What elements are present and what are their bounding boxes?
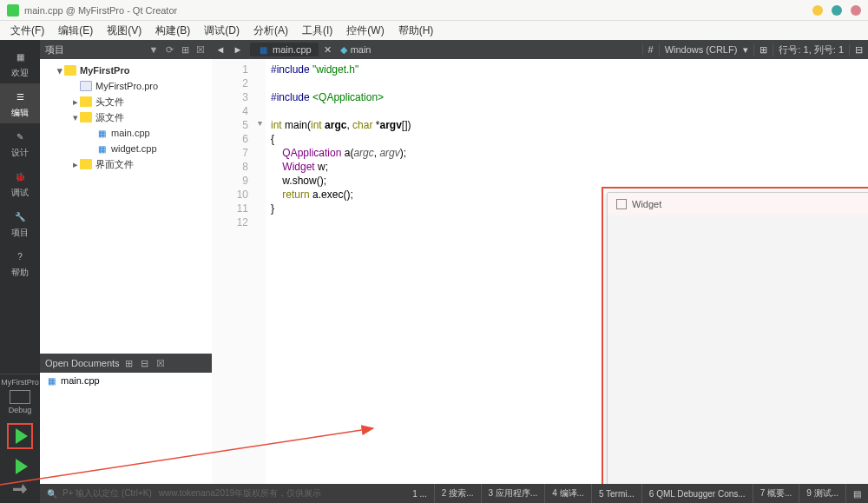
split-editor-icon[interactable]: ⊞ — [753, 44, 773, 56]
build-button[interactable] — [0, 479, 40, 503]
fold-marker[interactable]: ▾ — [253, 118, 266, 132]
run-button[interactable] — [7, 423, 33, 449]
open-documents-header: Open Documents ⊞ ⊟ ☒ — [40, 354, 212, 373]
chevron-down-icon: ▾ — [743, 44, 748, 55]
mode-design[interactable]: ✎设计 — [0, 123, 40, 163]
output-pane-tab[interactable]: 3 应用程序... — [481, 484, 545, 503]
window-close-icon[interactable] — [851, 5, 861, 16]
folder-icon — [64, 65, 76, 76]
code-line[interactable]: w.show(); — [271, 174, 868, 188]
close-pane-icon[interactable]: ☒ — [194, 43, 207, 56]
hammer-icon — [13, 484, 27, 498]
encoding-indicator[interactable]: # — [642, 44, 659, 55]
widget-app-icon — [616, 199, 627, 209]
mode-grid[interactable]: ▦欢迎 — [0, 43, 40, 83]
bug-icon: 🐞 — [11, 168, 29, 185]
tab-close-icon[interactable]: ✕ — [324, 44, 332, 56]
output-pane-tab[interactable]: 4 编译... — [544, 484, 591, 503]
expand-arrow-icon[interactable]: ▾ — [56, 65, 64, 76]
output-pane-tab[interactable]: 7 概要... — [753, 484, 799, 503]
output-pane-tab[interactable]: 2 搜索... — [434, 484, 481, 503]
mode-rail: ▦欢迎☰编辑✎设计🐞调试🔧项目?帮助 MyFirstPro Debug — [0, 40, 40, 503]
editor-area: ◄ ► ▦ main.cpp ✕ ◆ main # Windows (CRLF)… — [212, 40, 868, 503]
menu-item[interactable]: 编辑(E) — [51, 22, 100, 40]
menu-item[interactable]: 构建(B) — [148, 22, 197, 40]
monitor-icon — [10, 390, 30, 404]
split-icon[interactable]: ⊞ — [179, 43, 191, 56]
widget-title: Widget — [632, 199, 868, 209]
menu-item[interactable]: 控件(W) — [339, 22, 391, 40]
line-number: 9 — [212, 174, 248, 188]
close-editor-icon[interactable]: ⊟ — [849, 44, 868, 56]
mode-help[interactable]: ?帮助 — [0, 243, 40, 283]
close-pane-icon[interactable]: ☒ — [155, 357, 167, 369]
tree-item[interactable]: ▸界面文件 — [40, 156, 212, 172]
nav-back-button[interactable]: ◄ — [212, 44, 229, 55]
menu-item[interactable]: 视图(V) — [100, 22, 148, 40]
cursor-position[interactable]: 行号: 1, 列号: 1 — [773, 43, 849, 56]
symbol-dropdown[interactable]: ◆ main — [335, 43, 377, 57]
menu-item[interactable]: 分析(A) — [247, 22, 295, 40]
expand-arrow-icon[interactable]: ▸ — [71, 96, 80, 108]
file-tab[interactable]: ▦ main.cpp — [250, 43, 319, 56]
tree-item[interactable]: ▾MyFirstPro — [40, 63, 212, 78]
progress-icon[interactable]: ▤ — [845, 484, 868, 503]
tab-filename: main.cpp — [273, 44, 312, 55]
grid-icon: ▦ — [11, 48, 29, 65]
filter-icon[interactable]: ▼ — [148, 43, 160, 56]
code-editor[interactable]: 123456789101112 ▾ #include "widget.h" #i… — [212, 59, 868, 503]
tree-item[interactable]: ▦widget.cpp — [40, 141, 212, 156]
widget-window-highlight: Widget — [602, 187, 868, 493]
mode-edit[interactable]: ☰编辑 — [0, 83, 40, 123]
play-icon — [16, 428, 28, 444]
kit-selector[interactable]: MyFirstPro Debug — [0, 374, 40, 418]
tree-item[interactable]: ▦main.cpp — [40, 125, 212, 141]
code-line[interactable] — [271, 104, 868, 118]
menu-item[interactable]: 调试(D) — [197, 22, 247, 40]
code-line[interactable]: int main(int argc, char *argv[]) — [271, 118, 868, 132]
tree-item[interactable]: MyFirstPro.pro — [40, 78, 212, 94]
code-line[interactable]: QApplication a(argc, argv); — [271, 146, 868, 160]
widget-app-window[interactable]: Widget — [607, 192, 868, 487]
open-doc-item[interactable]: ▦main.cpp — [40, 373, 212, 388]
menu-item[interactable]: 帮助(H) — [391, 22, 441, 40]
kit-mode: Debug — [0, 406, 40, 414]
expand-arrow-icon[interactable]: ▾ — [71, 112, 80, 123]
watermark-text: www.tokenana2019年版权所有，仅供展示 — [159, 487, 405, 500]
split-icon[interactable]: ⊞ — [123, 357, 135, 369]
expand-icon[interactable]: ⊟ — [139, 357, 151, 369]
output-pane-tab[interactable]: 9 测试... — [799, 484, 845, 503]
sync-icon[interactable]: ⟳ — [163, 43, 175, 56]
line-ending-selector[interactable]: Windows (CRLF) ▾ — [659, 44, 754, 56]
window-max-icon[interactable] — [832, 5, 842, 16]
code-line[interactable]: #include "widget.h" — [271, 63, 868, 76]
project-tab[interactable]: 项目 — [45, 43, 64, 56]
output-pane-tab[interactable]: 1 ... — [405, 484, 434, 503]
code-line[interactable]: Widget w; — [271, 160, 868, 174]
output-pane-tab[interactable]: 5 Termi... — [591, 484, 641, 503]
menu-item[interactable]: 文件(F) — [3, 22, 51, 40]
menu-item[interactable]: 工具(I) — [295, 22, 339, 40]
output-pane-tab[interactable]: 6 QML Debugger Cons... — [641, 484, 753, 503]
code-line[interactable]: #include <QApplication> — [271, 90, 868, 104]
nav-fwd-button[interactable]: ► — [229, 44, 247, 55]
expand-arrow-icon[interactable]: ▸ — [71, 159, 80, 170]
project-tree-header: 项目 ▼ ⟳ ⊞ ☒ — [40, 40, 212, 59]
window-min-icon[interactable] — [812, 5, 823, 16]
wrench-icon: 🔧 — [11, 208, 29, 225]
tree-item[interactable]: ▾源文件 — [40, 109, 212, 125]
line-number: 6 — [212, 132, 248, 146]
fold-marker — [253, 160, 266, 174]
mode-bug[interactable]: 🐞调试 — [0, 163, 40, 203]
fold-marker — [253, 90, 266, 104]
code-line[interactable]: { — [271, 132, 868, 146]
tree-item[interactable]: ▸头文件 — [40, 94, 212, 109]
fold-marker — [253, 174, 266, 188]
run-debug-button[interactable] — [0, 454, 40, 479]
widget-titlebar[interactable]: Widget — [608, 193, 868, 215]
code-line[interactable] — [271, 76, 868, 90]
mode-wrench[interactable]: 🔧项目 — [0, 203, 40, 243]
window-title: main.cpp @ MyFirstPro - Qt Creator — [24, 5, 804, 16]
locator-hint[interactable]: 🔍 P+ 输入以定位 (Ctrl+K) — [40, 484, 159, 503]
line-number: 5 — [212, 118, 248, 132]
